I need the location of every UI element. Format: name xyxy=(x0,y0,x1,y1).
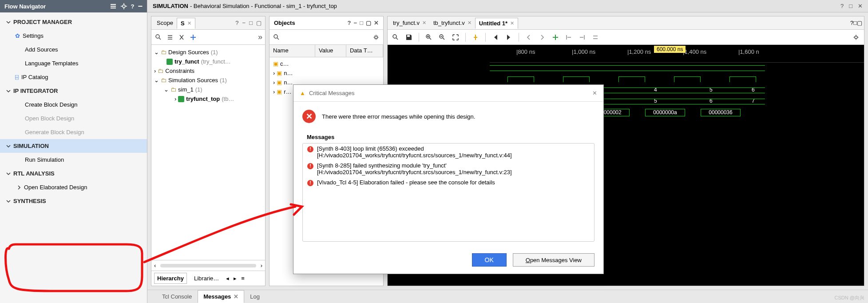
wave-row-clock xyxy=(490,63,864,74)
close-icon[interactable]: ✕ xyxy=(510,20,514,26)
create-block-design-item[interactable]: Create Block Design xyxy=(0,98,147,112)
message-row[interactable]: ! [Vivado_Tcl 4-5] Elaboration failed - … xyxy=(303,177,594,188)
hierarchy-tab[interactable]: Hierarchy xyxy=(154,273,187,284)
close-icon[interactable]: ✕ xyxy=(234,293,238,300)
zoom-fit-icon[interactable] xyxy=(452,34,459,41)
language-templates-item[interactable]: Language Templates xyxy=(0,56,147,70)
next-icon[interactable]: ▸ xyxy=(234,275,237,282)
col-name[interactable]: Name xyxy=(270,45,315,57)
tree-node-design-sources[interactable]: ⌄🗀Design Sources (1) xyxy=(153,48,263,57)
tab-untitled1[interactable]: Untitled 1*✕ xyxy=(475,18,518,29)
synthesis-category[interactable]: SYNTHESIS xyxy=(0,194,147,208)
maximize-icon[interactable]: ▢ xyxy=(256,20,262,26)
open-block-design-item[interactable]: Open Block Design xyxy=(0,112,147,125)
col-value[interactable]: Value xyxy=(315,45,346,57)
step-end-icon[interactable] xyxy=(505,34,512,41)
gear-icon[interactable] xyxy=(120,3,127,10)
help-icon[interactable]: ? xyxy=(850,20,853,26)
rtl-analysis-category[interactable]: RTL ANALYSIS xyxy=(0,167,147,180)
ip-catalog-item[interactable]: ⌸IP Catalog xyxy=(0,70,147,84)
help-icon[interactable]: ? xyxy=(348,20,351,26)
more-icon[interactable]: » xyxy=(258,32,262,42)
swap-icon[interactable] xyxy=(592,34,599,41)
minimize-icon[interactable]: − xyxy=(138,2,143,11)
restore-icon[interactable]: □ xyxy=(360,20,363,26)
prev-edge-icon[interactable] xyxy=(525,34,532,41)
pm-category[interactable]: PROJECT MANAGER xyxy=(0,15,147,29)
step-start-icon[interactable] xyxy=(492,34,499,41)
folder-icon: 🗀 xyxy=(158,68,163,74)
search-icon[interactable] xyxy=(155,34,162,41)
minimize-icon[interactable]: − xyxy=(354,20,357,26)
restore-icon[interactable]: □ xyxy=(853,20,857,26)
tab-tb-tryfunct[interactable]: tb_tryfunct.v✕ xyxy=(430,18,475,28)
tree-node-constraints[interactable]: ›🗀Constraints xyxy=(153,66,263,76)
close-icon[interactable]: ✕ xyxy=(422,20,426,26)
close-icon[interactable]: ✕ xyxy=(858,3,863,9)
scrollbar[interactable] xyxy=(160,264,256,267)
scope-tab[interactable]: Scope xyxy=(153,18,177,28)
help-icon[interactable]: ? xyxy=(131,3,135,10)
log-tab[interactable]: Log xyxy=(244,290,266,303)
maximize-icon[interactable]: ▢ xyxy=(857,20,862,26)
col-datatype[interactable]: Data T… xyxy=(346,45,383,57)
svg-point-2 xyxy=(274,35,277,38)
tab-try-funct[interactable]: try_funct.v✕ xyxy=(389,18,430,28)
menu-icon[interactable]: ≡ xyxy=(241,275,245,282)
next-edge-icon[interactable] xyxy=(539,34,546,41)
tree-node-tryfunct-top[interactable]: ›tryfunct_top (tb… xyxy=(153,94,263,104)
save-icon[interactable] xyxy=(405,34,412,41)
search-icon[interactable] xyxy=(273,34,280,41)
sim-title-bold: SIMULATION xyxy=(153,3,188,9)
signal-icon: ▣ xyxy=(277,88,282,95)
goto-cursor-icon[interactable] xyxy=(472,34,479,41)
list-item[interactable]: ▣c… xyxy=(271,59,381,68)
minimize-icon[interactable]: − xyxy=(242,20,246,26)
prev-marker-icon[interactable] xyxy=(565,34,572,41)
close-icon[interactable]: ✕ xyxy=(468,20,472,26)
error-icon: ✕ xyxy=(302,110,316,123)
close-icon[interactable]: ✕ xyxy=(187,20,191,26)
settings-item[interactable]: ✿Settings xyxy=(0,29,147,43)
tree-node-try-funct[interactable]: try_funct (try_funct… xyxy=(153,57,263,66)
message-row[interactable]: ! [Synth 8-285] failed synthesizing modu… xyxy=(303,160,594,177)
toggle-icon[interactable] xyxy=(178,34,185,41)
tree-node-sim1[interactable]: ⌄🗀sim_1 (1) xyxy=(153,85,263,94)
add-marker-icon[interactable] xyxy=(552,34,559,41)
open-elaborated-design-item[interactable]: Open Elaborated Design xyxy=(0,180,147,194)
collapse-icon[interactable] xyxy=(166,34,174,41)
maximize-icon[interactable]: □ xyxy=(849,3,852,9)
restore-icon[interactable]: □ xyxy=(249,20,253,26)
next-marker-icon[interactable] xyxy=(579,34,586,41)
add-icon[interactable] xyxy=(190,34,197,41)
help-icon[interactable]: ? xyxy=(840,3,844,9)
generate-block-design-item[interactable]: Generate Block Design xyxy=(0,125,147,139)
list-item[interactable]: ›▣n… xyxy=(271,68,381,78)
tree-node-sim-sources[interactable]: ⌄🗀Simulation Sources (1) xyxy=(153,76,263,85)
ip-integrator-category[interactable]: IP INTEGRATOR xyxy=(0,84,147,98)
close-icon[interactable]: ✕ xyxy=(592,90,597,96)
simulation-category[interactable]: SIMULATION xyxy=(0,139,147,153)
messages-tab[interactable]: Messages✕ xyxy=(198,290,244,303)
bottom-tab-bar: Tcl Console Messages✕ Log xyxy=(147,290,868,303)
open-messages-view-button[interactable]: Open Messages View xyxy=(513,253,595,267)
close-icon[interactable]: ✕ xyxy=(374,20,379,26)
cursor-label: 600.000 ns xyxy=(654,46,686,53)
sources-tab[interactable]: S✕ xyxy=(177,18,195,29)
help-icon[interactable]: ? xyxy=(235,20,238,26)
gear-icon[interactable] xyxy=(373,34,380,41)
libraries-tab[interactable]: Librarie… xyxy=(191,273,222,283)
ok-button[interactable]: OK xyxy=(472,253,507,267)
gear-icon[interactable] xyxy=(852,34,860,41)
run-simulation-item[interactable]: Run Simulation xyxy=(0,153,147,167)
gear-icon: ✿ xyxy=(15,32,20,39)
add-sources-item[interactable]: Add Sources xyxy=(0,43,147,56)
maximize-icon[interactable]: ▢ xyxy=(366,20,371,26)
compress-icon[interactable] xyxy=(110,3,117,10)
tcl-console-tab[interactable]: Tcl Console xyxy=(156,290,198,303)
search-icon[interactable] xyxy=(392,34,399,41)
zoom-out-icon[interactable] xyxy=(439,34,446,41)
prev-icon[interactable]: ◂ xyxy=(226,275,229,282)
message-row[interactable]: ! [Synth 8-403] loop limit (65536) excee… xyxy=(303,144,594,160)
zoom-in-icon[interactable] xyxy=(425,34,432,41)
